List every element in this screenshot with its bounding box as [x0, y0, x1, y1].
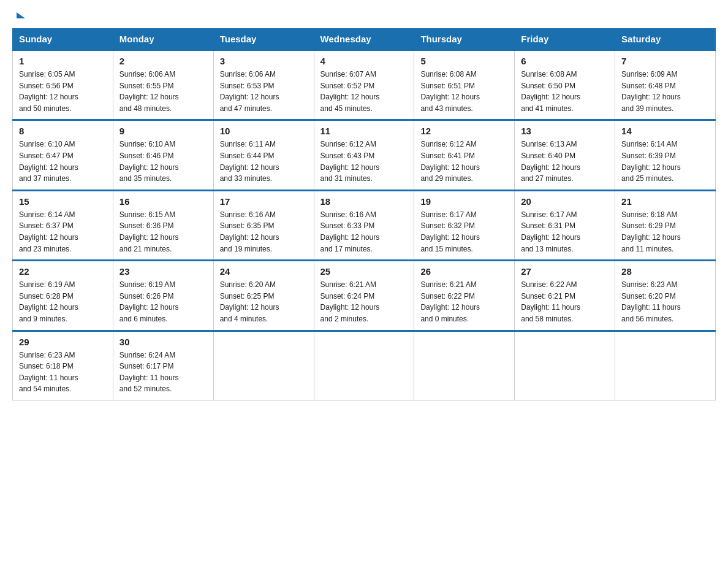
day-info: Sunrise: 6:08 AMSunset: 6:51 PMDaylight:… — [420, 69, 508, 114]
weekday-header-wednesday: Wednesday — [314, 29, 414, 50]
calendar-week-row: 22Sunrise: 6:19 AMSunset: 6:28 PMDayligh… — [13, 261, 716, 331]
day-info: Sunrise: 6:17 AMSunset: 6:31 PMDaylight:… — [521, 209, 609, 255]
calendar-week-row: 29Sunrise: 6:23 AMSunset: 6:18 PMDayligh… — [13, 331, 716, 400]
day-number: 28 — [621, 266, 709, 277]
day-number: 14 — [621, 126, 709, 136]
day-number: 4 — [320, 56, 408, 66]
calendar-cell: 15Sunrise: 6:14 AMSunset: 6:37 PMDayligh… — [13, 190, 113, 260]
calendar-cell: 13Sunrise: 6:13 AMSunset: 6:40 PMDayligh… — [515, 120, 615, 190]
day-info: Sunrise: 6:15 AMSunset: 6:36 PMDaylight:… — [119, 209, 207, 255]
page-header — [12, 12, 716, 17]
weekday-header-friday: Friday — [515, 29, 615, 50]
day-number: 9 — [119, 126, 207, 136]
weekday-header-sunday: Sunday — [13, 29, 113, 50]
calendar-cell: 6Sunrise: 6:08 AMSunset: 6:50 PMDaylight… — [515, 50, 615, 120]
day-info: Sunrise: 6:22 AMSunset: 6:21 PMDaylight:… — [521, 279, 609, 324]
calendar-cell: 24Sunrise: 6:20 AMSunset: 6:25 PMDayligh… — [213, 261, 314, 331]
day-info: Sunrise: 6:24 AMSunset: 6:17 PMDaylight:… — [119, 350, 207, 395]
day-number: 10 — [220, 126, 308, 136]
day-info: Sunrise: 6:20 AMSunset: 6:25 PMDaylight:… — [220, 279, 308, 324]
weekday-header-monday: Monday — [113, 29, 213, 50]
day-number: 7 — [621, 56, 709, 66]
day-info: Sunrise: 6:11 AMSunset: 6:44 PMDaylight:… — [220, 139, 308, 184]
day-number: 3 — [220, 56, 308, 66]
calendar-cell — [615, 331, 716, 400]
calendar-cell: 11Sunrise: 6:12 AMSunset: 6:43 PMDayligh… — [314, 120, 414, 190]
calendar-cell: 14Sunrise: 6:14 AMSunset: 6:39 PMDayligh… — [615, 120, 716, 190]
day-number: 23 — [119, 266, 207, 277]
day-info: Sunrise: 6:12 AMSunset: 6:43 PMDaylight:… — [320, 139, 408, 184]
calendar-cell: 10Sunrise: 6:11 AMSunset: 6:44 PMDayligh… — [213, 120, 314, 190]
weekday-header-saturday: Saturday — [615, 29, 716, 50]
day-info: Sunrise: 6:13 AMSunset: 6:40 PMDaylight:… — [521, 139, 609, 184]
calendar-cell: 28Sunrise: 6:23 AMSunset: 6:20 PMDayligh… — [615, 261, 716, 331]
calendar-cell: 23Sunrise: 6:19 AMSunset: 6:26 PMDayligh… — [113, 261, 213, 331]
day-number: 29 — [19, 337, 107, 347]
day-number: 27 — [521, 266, 609, 277]
weekday-header-row: SundayMondayTuesdayWednesdayThursdayFrid… — [13, 29, 716, 50]
calendar-cell: 18Sunrise: 6:16 AMSunset: 6:33 PMDayligh… — [314, 190, 414, 260]
day-number: 12 — [420, 126, 508, 136]
calendar-cell: 7Sunrise: 6:09 AMSunset: 6:48 PMDaylight… — [615, 50, 716, 120]
calendar-cell — [515, 331, 615, 400]
day-info: Sunrise: 6:14 AMSunset: 6:37 PMDaylight:… — [19, 209, 107, 255]
day-number: 1 — [19, 56, 107, 66]
calendar-cell: 4Sunrise: 6:07 AMSunset: 6:52 PMDaylight… — [314, 50, 414, 120]
calendar-cell: 29Sunrise: 6:23 AMSunset: 6:18 PMDayligh… — [13, 331, 113, 400]
day-number: 16 — [119, 196, 207, 207]
day-info: Sunrise: 6:06 AMSunset: 6:55 PMDaylight:… — [119, 69, 207, 114]
calendar-cell: 8Sunrise: 6:10 AMSunset: 6:47 PMDaylight… — [13, 120, 113, 190]
day-info: Sunrise: 6:17 AMSunset: 6:32 PMDaylight:… — [420, 209, 508, 255]
calendar-cell: 21Sunrise: 6:18 AMSunset: 6:29 PMDayligh… — [615, 190, 716, 260]
day-number: 21 — [621, 196, 709, 207]
day-number: 22 — [19, 266, 107, 277]
calendar-cell: 16Sunrise: 6:15 AMSunset: 6:36 PMDayligh… — [113, 190, 213, 260]
day-info: Sunrise: 6:19 AMSunset: 6:28 PMDaylight:… — [19, 279, 107, 324]
calendar-cell — [314, 331, 414, 400]
day-number: 8 — [19, 126, 107, 136]
calendar-cell — [414, 331, 515, 400]
day-number: 18 — [320, 196, 408, 207]
weekday-header-thursday: Thursday — [414, 29, 515, 50]
calendar-cell: 3Sunrise: 6:06 AMSunset: 6:53 PMDaylight… — [213, 50, 314, 120]
calendar-cell: 26Sunrise: 6:21 AMSunset: 6:22 PMDayligh… — [414, 261, 515, 331]
day-number: 15 — [19, 196, 107, 207]
calendar-cell: 2Sunrise: 6:06 AMSunset: 6:55 PMDaylight… — [113, 50, 213, 120]
calendar-cell — [213, 331, 314, 400]
calendar-week-row: 15Sunrise: 6:14 AMSunset: 6:37 PMDayligh… — [13, 190, 716, 260]
day-info: Sunrise: 6:23 AMSunset: 6:20 PMDaylight:… — [621, 279, 709, 324]
day-info: Sunrise: 6:21 AMSunset: 6:24 PMDaylight:… — [320, 279, 408, 324]
calendar-cell: 27Sunrise: 6:22 AMSunset: 6:21 PMDayligh… — [515, 261, 615, 331]
calendar-cell: 5Sunrise: 6:08 AMSunset: 6:51 PMDaylight… — [414, 50, 515, 120]
day-number: 24 — [220, 266, 308, 277]
calendar-cell: 20Sunrise: 6:17 AMSunset: 6:31 PMDayligh… — [515, 190, 615, 260]
day-number: 30 — [119, 337, 207, 347]
day-number: 17 — [220, 196, 308, 207]
day-number: 6 — [521, 56, 609, 66]
calendar-cell: 9Sunrise: 6:10 AMSunset: 6:46 PMDaylight… — [113, 120, 213, 190]
calendar-cell: 25Sunrise: 6:21 AMSunset: 6:24 PMDayligh… — [314, 261, 414, 331]
day-info: Sunrise: 6:23 AMSunset: 6:18 PMDaylight:… — [19, 350, 107, 395]
day-info: Sunrise: 6:18 AMSunset: 6:29 PMDaylight:… — [621, 209, 709, 255]
day-info: Sunrise: 6:06 AMSunset: 6:53 PMDaylight:… — [220, 69, 308, 114]
day-number: 2 — [119, 56, 207, 66]
calendar-cell: 30Sunrise: 6:24 AMSunset: 6:17 PMDayligh… — [113, 331, 213, 400]
logo — [12, 12, 25, 17]
day-number: 13 — [521, 126, 609, 136]
day-number: 25 — [320, 266, 408, 277]
calendar-cell: 22Sunrise: 6:19 AMSunset: 6:28 PMDayligh… — [13, 261, 113, 331]
day-info: Sunrise: 6:10 AMSunset: 6:46 PMDaylight:… — [119, 139, 207, 184]
day-info: Sunrise: 6:16 AMSunset: 6:35 PMDaylight:… — [220, 209, 308, 255]
day-number: 19 — [420, 196, 508, 207]
day-info: Sunrise: 6:19 AMSunset: 6:26 PMDaylight:… — [119, 279, 207, 324]
day-info: Sunrise: 6:21 AMSunset: 6:22 PMDaylight:… — [420, 279, 508, 324]
calendar-table: SundayMondayTuesdayWednesdayThursdayFrid… — [12, 28, 716, 400]
calendar-cell: 12Sunrise: 6:12 AMSunset: 6:41 PMDayligh… — [414, 120, 515, 190]
calendar-cell: 19Sunrise: 6:17 AMSunset: 6:32 PMDayligh… — [414, 190, 515, 260]
day-number: 11 — [320, 126, 408, 136]
day-info: Sunrise: 6:16 AMSunset: 6:33 PMDaylight:… — [320, 209, 408, 255]
day-info: Sunrise: 6:05 AMSunset: 6:56 PMDaylight:… — [19, 69, 107, 114]
calendar-cell: 17Sunrise: 6:16 AMSunset: 6:35 PMDayligh… — [213, 190, 314, 260]
logo-triangle-icon — [17, 12, 25, 18]
calendar-week-row: 8Sunrise: 6:10 AMSunset: 6:47 PMDaylight… — [13, 120, 716, 190]
